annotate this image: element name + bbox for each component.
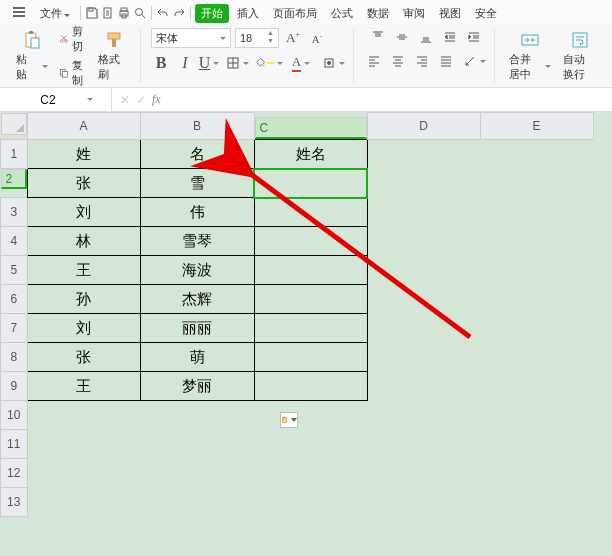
cell-A8[interactable]: 张 xyxy=(27,343,140,372)
copy-button[interactable]: 复制 xyxy=(56,57,90,89)
cell-B8[interactable]: 萌 xyxy=(140,343,254,372)
wrap-button[interactable]: 自动换行 xyxy=(559,28,600,84)
cell-B4[interactable]: 雪琴 xyxy=(140,227,254,256)
qat-newdoc-icon[interactable] xyxy=(101,6,115,20)
indent-right-icon[interactable] xyxy=(464,28,484,46)
cell-B11[interactable] xyxy=(140,430,254,459)
cell-D13[interactable] xyxy=(367,488,480,517)
align-center-icon[interactable] xyxy=(388,52,408,70)
row-head[interactable]: 6 xyxy=(1,285,28,314)
cell-C9[interactable] xyxy=(254,372,367,401)
cell-D11[interactable] xyxy=(367,430,480,459)
row-head[interactable]: 8 xyxy=(1,343,28,372)
cell-A11[interactable] xyxy=(27,430,140,459)
cell-D10[interactable] xyxy=(367,401,480,430)
merge-button[interactable]: 合并居中 xyxy=(505,28,555,84)
select-all-corner[interactable] xyxy=(1,113,27,135)
tab-start[interactable]: 开始 xyxy=(195,4,229,23)
cell-A12[interactable] xyxy=(27,459,140,488)
cell-B6[interactable]: 杰辉 xyxy=(140,285,254,314)
fontcolor-icon[interactable]: A xyxy=(287,54,315,72)
cell-E10[interactable] xyxy=(480,401,593,430)
tab-review[interactable]: 审阅 xyxy=(397,4,431,23)
col-head-A[interactable]: A xyxy=(27,113,140,140)
cell-E2[interactable] xyxy=(480,169,593,198)
spreadsheet-grid[interactable]: A B C D E 1 姓 名 姓名 2 张 雪 xyxy=(0,112,594,517)
col-head-D[interactable]: D xyxy=(367,113,480,140)
format-painter-button[interactable]: 格式刷 xyxy=(94,28,134,84)
cell-B1[interactable]: 名 xyxy=(140,140,254,169)
align-bottom-icon[interactable] xyxy=(416,28,436,46)
paste-button[interactable]: 粘贴 xyxy=(12,28,52,84)
cell-D6[interactable] xyxy=(367,285,480,314)
qat-preview-icon[interactable] xyxy=(133,6,147,20)
name-box-input[interactable] xyxy=(18,92,78,108)
cell-A5[interactable]: 王 xyxy=(27,256,140,285)
cell-D12[interactable] xyxy=(367,459,480,488)
cell-C5[interactable] xyxy=(254,256,367,285)
row-head[interactable]: 10 xyxy=(1,401,28,430)
row-head[interactable]: 9 xyxy=(1,372,28,401)
cell-C13[interactable] xyxy=(254,488,367,517)
italic-icon[interactable]: I xyxy=(175,54,195,72)
cut-button[interactable]: 剪切 xyxy=(56,23,90,55)
cell-E4[interactable] xyxy=(480,227,593,256)
cell-A10[interactable] xyxy=(27,401,140,430)
cell-B9[interactable]: 梦丽 xyxy=(140,372,254,401)
cell-C2[interactable] xyxy=(254,169,367,198)
cell-A1[interactable]: 姓 xyxy=(27,140,140,169)
cell-C8[interactable] xyxy=(254,343,367,372)
fx-icon[interactable]: fx xyxy=(152,92,161,107)
col-head-B[interactable]: B xyxy=(140,113,254,140)
cell-E9[interactable] xyxy=(480,372,593,401)
cell-A6[interactable]: 孙 xyxy=(27,285,140,314)
row-head[interactable]: 2 xyxy=(1,169,27,189)
cancel-icon[interactable]: ✕ xyxy=(120,93,130,107)
menu-group-icon[interactable] xyxy=(6,3,32,23)
decrease-font-icon[interactable]: A- xyxy=(307,29,327,47)
font-name-select[interactable]: 宋体 xyxy=(151,28,231,48)
row-head[interactable]: 5 xyxy=(1,256,28,285)
highlight-icon[interactable] xyxy=(319,54,347,72)
cell-E6[interactable] xyxy=(480,285,593,314)
cell-D3[interactable] xyxy=(367,198,480,227)
cell-C12[interactable] xyxy=(254,459,367,488)
cell-E8[interactable] xyxy=(480,343,593,372)
fillcolor-icon[interactable] xyxy=(255,54,283,72)
row-head[interactable]: 4 xyxy=(1,227,28,256)
increase-font-icon[interactable]: A+ xyxy=(283,29,303,47)
col-head-E[interactable]: E xyxy=(480,113,593,140)
cell-C6[interactable] xyxy=(254,285,367,314)
confirm-icon[interactable]: ✓ xyxy=(136,93,146,107)
cell-A13[interactable] xyxy=(27,488,140,517)
cell-E5[interactable] xyxy=(480,256,593,285)
column-headers[interactable]: A B C D E xyxy=(1,113,594,140)
row-head[interactable]: 3 xyxy=(1,198,28,227)
cell-D7[interactable] xyxy=(367,314,480,343)
qat-undo-icon[interactable] xyxy=(156,6,170,20)
cell-D2[interactable] xyxy=(367,169,480,198)
cell-B5[interactable]: 海波 xyxy=(140,256,254,285)
row-head[interactable]: 11 xyxy=(1,430,28,459)
row-head[interactable]: 1 xyxy=(1,140,28,169)
cell-D1[interactable] xyxy=(367,140,480,169)
row-head[interactable]: 13 xyxy=(1,488,28,517)
cell-A9[interactable]: 王 xyxy=(27,372,140,401)
cell-C4[interactable] xyxy=(254,227,367,256)
cell-D9[interactable] xyxy=(367,372,480,401)
underline-icon[interactable]: U xyxy=(199,54,219,72)
qat-print-icon[interactable] xyxy=(117,6,131,20)
name-box[interactable] xyxy=(0,88,112,111)
cell-B2[interactable]: 雪 xyxy=(140,169,254,198)
tab-view[interactable]: 视图 xyxy=(433,4,467,23)
align-right-icon[interactable] xyxy=(412,52,432,70)
cell-E7[interactable] xyxy=(480,314,593,343)
tab-data[interactable]: 数据 xyxy=(361,4,395,23)
menu-file[interactable]: 文件 xyxy=(34,4,76,23)
bold-icon[interactable]: B xyxy=(151,54,171,72)
cell-E1[interactable] xyxy=(480,140,593,169)
align-left-icon[interactable] xyxy=(364,52,384,70)
tab-security[interactable]: 安全 xyxy=(469,4,503,23)
col-head-C[interactable]: C xyxy=(255,117,367,139)
tab-layout[interactable]: 页面布局 xyxy=(267,4,323,23)
